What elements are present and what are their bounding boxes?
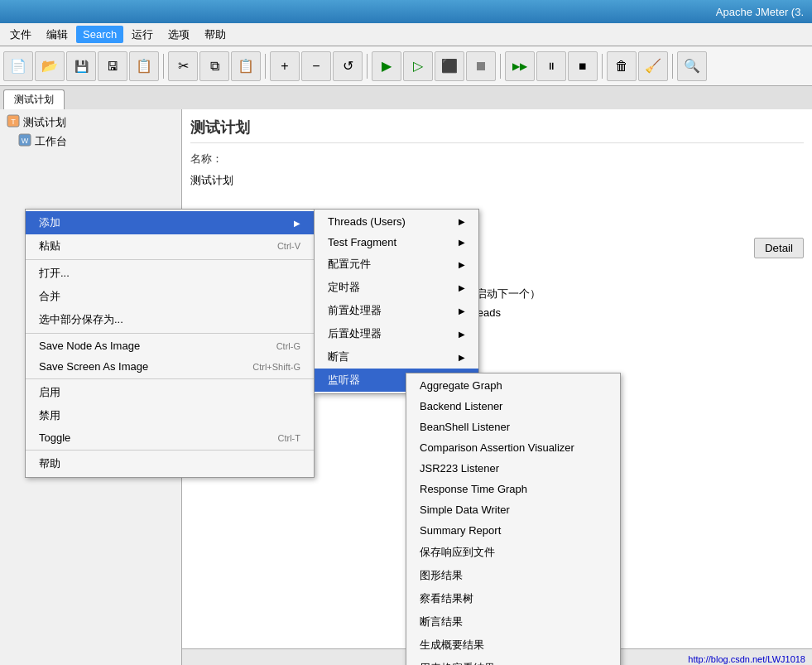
menu-help[interactable]: 帮助	[198, 25, 233, 45]
menu-search[interactable]: Search	[76, 26, 123, 43]
cm3-summary[interactable]: Summary Report	[406, 520, 620, 541]
copy-icon: ⧉	[210, 59, 219, 74]
sep2	[265, 54, 266, 79]
context-menu-main[interactable]: 添加 ▶ 粘贴 Ctrl-V 打开... 合并 选中部分保存为... Save …	[25, 209, 315, 478]
collapse-button[interactable]: −	[301, 51, 331, 81]
remote-stop-now-button[interactable]: ⏹	[568, 51, 598, 81]
save-as-icon: 🖫	[107, 60, 118, 73]
cm3-beanshell[interactable]: BeanShell Listener	[406, 417, 620, 437]
tree-node-workbench[interactable]: W 工作台	[3, 132, 178, 151]
open-button[interactable]: 📂	[35, 51, 65, 81]
cm2-config[interactable]: 配置元件 ▶	[315, 253, 478, 276]
svg-text:T: T	[11, 118, 16, 126]
plan-icon: T	[7, 114, 20, 130]
cm3-save-response[interactable]: 保存响应到文件	[406, 541, 620, 564]
cm-sep1	[26, 259, 314, 260]
stop-button[interactable]: ⬛	[435, 51, 464, 81]
menu-options[interactable]: 选项	[161, 25, 196, 45]
remote-start-button[interactable]: ▶▶	[505, 51, 535, 81]
stop-now-button[interactable]: ⏹	[466, 51, 496, 81]
cm-item-help[interactable]: 帮助	[26, 452, 314, 475]
cut-button[interactable]: ✂	[168, 51, 198, 81]
cm-item-disable[interactable]: 禁用	[26, 404, 314, 427]
name-row: 名称：	[190, 152, 804, 166]
context-menu-add[interactable]: Threads (Users) ▶ Test Fragment ▶ 配置元件 ▶…	[314, 209, 479, 394]
play-button[interactable]: ▶	[372, 51, 401, 81]
context-menu-listener[interactable]: Aggregate Graph Backend Listener BeanShe…	[406, 373, 621, 665]
cm3-view-table[interactable]: 用表格察看结果	[406, 657, 620, 665]
name-value: 测试计划	[190, 174, 233, 186]
clear-button[interactable]: 🗑	[607, 51, 637, 81]
menu-edit[interactable]: 编辑	[40, 25, 74, 45]
cm-item-add[interactable]: 添加 ▶	[26, 211, 314, 234]
cm2-timer[interactable]: 定时器 ▶	[315, 276, 478, 299]
expand-button[interactable]: +	[270, 51, 300, 81]
cm3-simple-data[interactable]: Simple Data Writer	[406, 499, 620, 520]
menu-file[interactable]: 文件	[3, 25, 38, 45]
cut-icon: ✂	[178, 58, 189, 74]
panel-title: 测试计划	[190, 118, 804, 143]
cm3-view-results-tree[interactable]: 察看结果树	[406, 587, 620, 610]
new-button[interactable]: 📄	[3, 51, 33, 81]
cm2-post[interactable]: 后置处理器 ▶	[315, 322, 478, 345]
detail-button[interactable]: Detail	[754, 238, 804, 258]
sep4	[500, 54, 501, 79]
cm-item-save-screen[interactable]: Save Screen As Image Ctrl+Shift-G	[26, 356, 314, 377]
export-button[interactable]: 📋	[129, 51, 159, 81]
title-bar: Apache JMeter (3.	[0, 0, 812, 23]
cm-item-merge[interactable]: 合并	[26, 285, 314, 308]
cm2-fragment[interactable]: Test Fragment ▶	[315, 232, 478, 253]
cm-item-open[interactable]: 打开...	[26, 262, 314, 285]
save-button[interactable]: 💾	[66, 51, 96, 81]
cm-item-save-selected[interactable]: 选中部分保存为...	[26, 308, 314, 331]
toolbar: 📄 📂 💾 🖫 📋 ✂ ⧉ 📋 + − ↺ ▶ ▷ ⬛ ⏹ ▶▶	[0, 46, 812, 86]
remote-start-icon: ▶▶	[512, 60, 527, 72]
cm3-response-time[interactable]: Response Time Graph	[406, 479, 620, 499]
cm-sep2	[26, 333, 314, 334]
tab-plan[interactable]: 测试计划	[3, 89, 65, 109]
copy-button[interactable]: ⧉	[199, 51, 229, 81]
refresh-button[interactable]: ↺	[333, 51, 363, 81]
save-as-button[interactable]: 🖫	[98, 51, 127, 81]
sep3	[367, 54, 368, 79]
cm3-assertion-results[interactable]: 断言结果	[406, 610, 620, 634]
remote-stop-button[interactable]: ⏸	[536, 51, 566, 81]
search-icon: 🔍	[684, 58, 700, 74]
remote-stop-now-icon: ⏹	[578, 60, 588, 72]
play-no-pause-button[interactable]: ▷	[403, 51, 433, 81]
title-text: Apache JMeter (3.	[716, 6, 804, 18]
cm-item-toggle[interactable]: Toggle Ctrl-T	[26, 427, 314, 448]
export-icon: 📋	[136, 58, 152, 74]
sep1	[163, 54, 164, 79]
cm3-jsr223[interactable]: JSR223 Listener	[406, 458, 620, 479]
cm-item-paste[interactable]: 粘贴 Ctrl-V	[26, 234, 314, 258]
paste-button[interactable]: 📋	[231, 51, 261, 81]
cm2-assertion[interactable]: 断言 ▶	[315, 345, 478, 369]
cm-item-save-node[interactable]: Save Node As Image Ctrl-G	[26, 335, 314, 356]
play-no-pause-icon: ▷	[413, 58, 423, 74]
cm2-threads[interactable]: Threads (Users) ▶	[315, 211, 478, 232]
new-icon: 📄	[10, 58, 26, 74]
tree-node-plan[interactable]: T 测试计划	[3, 113, 178, 132]
cm3-aggregate-graph[interactable]: Aggregate Graph	[406, 375, 620, 396]
cm3-backend[interactable]: Backend Listener	[406, 396, 620, 417]
clear-icon: 🗑	[615, 59, 628, 74]
cm-item-enable[interactable]: 启用	[26, 381, 314, 404]
sep6	[672, 54, 673, 79]
main-area: T 测试计划 W 工作台 测试计划 名称： 测试计划 Detail 独 立调度	[0, 109, 812, 665]
tree-workbench-label: 工作台	[35, 134, 67, 149]
menu-run[interactable]: 运行	[125, 25, 160, 45]
remote-stop-icon: ⏸	[546, 60, 556, 72]
cm3-graph-results[interactable]: 图形结果	[406, 564, 620, 587]
cm3-comparison[interactable]: Comparison Assertion Visualizer	[406, 437, 620, 458]
save-icon: 💾	[74, 60, 89, 73]
tab-bar: 测试计划	[0, 86, 812, 109]
menu-bar: 文件 编辑 Search 运行 选项 帮助	[0, 23, 812, 46]
cm2-pre[interactable]: 前置处理器 ▶	[315, 299, 478, 322]
search-button[interactable]: 🔍	[677, 51, 707, 81]
sep5	[602, 54, 603, 79]
clear-all-button[interactable]: 🧹	[638, 51, 668, 81]
cm3-generate-summary[interactable]: 生成概要结果	[406, 634, 620, 657]
name-label: 名称：	[190, 152, 223, 166]
refresh-icon: ↺	[343, 58, 353, 74]
